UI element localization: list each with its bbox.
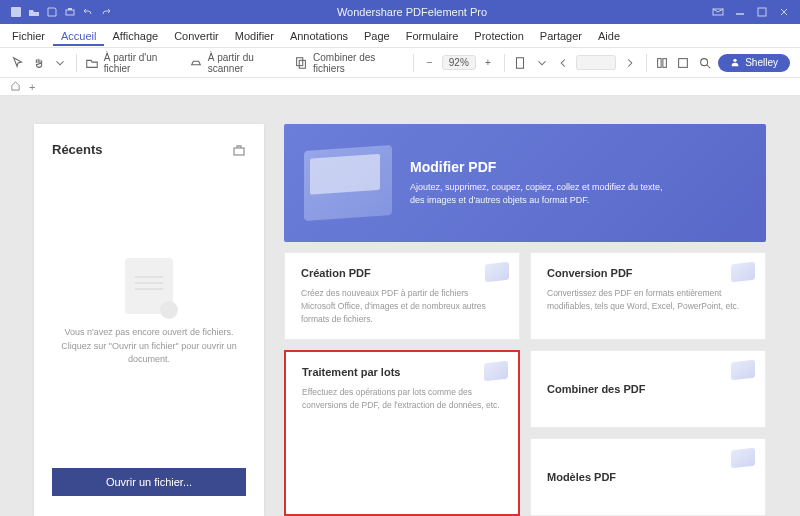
mail-icon[interactable]: [712, 6, 724, 18]
titlebar-left-icons: [0, 6, 112, 18]
next-page-icon[interactable]: [622, 55, 637, 71]
recents-heading: Récents: [52, 142, 103, 157]
create-pdf-card[interactable]: Création PDF Créez des nouveaux PDF à pa…: [284, 252, 520, 340]
menu-partager[interactable]: Partager: [532, 26, 590, 46]
create-pdf-icon: [485, 262, 509, 283]
create-pdf-desc: Créez des nouveaux PDF à partir de fichi…: [301, 287, 503, 325]
window-title: Wondershare PDFelement Pro: [112, 6, 712, 18]
svg-point-12: [734, 58, 737, 61]
svg-rect-4: [758, 8, 766, 16]
svg-rect-1: [66, 10, 74, 15]
print-icon[interactable]: [64, 6, 76, 18]
svg-rect-8: [658, 58, 662, 67]
templates-pdf-card[interactable]: Modèles PDF: [530, 438, 766, 516]
templates-pdf-title: Modèles PDF: [547, 471, 749, 483]
combine-pdf-card[interactable]: Combiner des PDF: [530, 350, 766, 428]
page-number-field[interactable]: [576, 55, 616, 70]
folder-icon: [85, 55, 100, 71]
page-icon[interactable]: [513, 55, 528, 71]
menu-modifier[interactable]: Modifier: [227, 26, 282, 46]
menu-affichage[interactable]: Affichage: [104, 26, 166, 46]
svg-rect-7: [517, 57, 524, 68]
zoom-value[interactable]: 92%: [442, 55, 476, 70]
zoom-out-icon[interactable]: −: [422, 55, 438, 71]
title-bar: Wondershare PDFelement Pro: [0, 0, 800, 24]
recents-empty-text: Vous n'avez pas encore ouvert de fichier…: [52, 326, 246, 367]
scanner-icon: [189, 55, 204, 71]
edit-pdf-desc: Ajoutez, supprimez, coupez, copiez, coll…: [410, 181, 670, 208]
from-file-button[interactable]: À partir d'un fichier: [85, 52, 183, 74]
chevron-down-icon[interactable]: [534, 55, 549, 71]
svg-point-11: [700, 58, 707, 65]
batch-process-desc: Effectuez des opérations par lots comme …: [302, 386, 502, 412]
combine-pdf-title: Combiner des PDF: [547, 383, 749, 395]
combine-icon: [294, 55, 309, 71]
combine-pdf-icon: [731, 360, 755, 381]
menu-aide[interactable]: Aide: [590, 26, 628, 46]
menu-protection[interactable]: Protection: [466, 26, 532, 46]
chevron-down-icon[interactable]: [52, 55, 67, 71]
home-tab-icon[interactable]: [10, 80, 21, 93]
layout-icon[interactable]: [676, 55, 691, 71]
from-file-label: À partir d'un fichier: [104, 52, 183, 74]
open-file-button[interactable]: Ouvrir un fichier...: [52, 468, 246, 496]
separator: [413, 54, 414, 72]
convert-pdf-card[interactable]: Conversion PDF Convertissez des PDF en f…: [530, 252, 766, 340]
menu-bar: FichierAccueilAffichageConvertirModifier…: [0, 24, 800, 48]
hand-tool-icon[interactable]: [31, 55, 46, 71]
separator: [646, 54, 647, 72]
prev-page-icon[interactable]: [555, 55, 570, 71]
recents-panel: Récents Vous n'avez pas encore ouvert de…: [34, 124, 264, 516]
home-content: Récents Vous n'avez pas encore ouvert de…: [0, 96, 800, 516]
briefcase-icon[interactable]: [232, 143, 246, 157]
minimize-icon[interactable]: [734, 6, 746, 18]
convert-pdf-title: Conversion PDF: [547, 267, 749, 279]
user-name: Shelley: [745, 57, 778, 68]
batch-process-title: Traitement par lots: [302, 366, 502, 378]
convert-pdf-desc: Convertissez des PDF en formats entièrem…: [547, 287, 749, 313]
close-icon[interactable]: [778, 6, 790, 18]
create-pdf-title: Création PDF: [301, 267, 503, 279]
toolbar: À partir d'un fichier À partir du scanne…: [0, 48, 800, 78]
search-icon[interactable]: [697, 55, 712, 71]
tab-strip: +: [0, 78, 800, 96]
batch-process-icon: [484, 361, 508, 382]
svg-rect-9: [663, 58, 667, 67]
maximize-icon[interactable]: [756, 6, 768, 18]
separator: [76, 54, 77, 72]
menu-page[interactable]: Page: [356, 26, 398, 46]
zoom-in-icon[interactable]: +: [480, 55, 496, 71]
edit-pdf-hero[interactable]: Modifier PDF Ajoutez, supprimez, coupez,…: [284, 124, 766, 242]
save-icon[interactable]: [46, 6, 58, 18]
separator: [504, 54, 505, 72]
app-logo-icon: [10, 6, 22, 18]
user-button[interactable]: Shelley: [718, 54, 790, 72]
view-mode-icon[interactable]: [655, 55, 670, 71]
edit-pdf-illustration: [304, 145, 392, 221]
new-tab-icon[interactable]: +: [29, 81, 35, 93]
menu-formulaire[interactable]: Formulaire: [398, 26, 467, 46]
menu-convertir[interactable]: Convertir: [166, 26, 227, 46]
from-scanner-label: À partir du scanner: [208, 52, 288, 74]
svg-rect-0: [11, 7, 21, 17]
batch-process-card[interactable]: Traitement par lots Effectuez des opérat…: [284, 350, 520, 516]
menu-annotations[interactable]: Annotations: [282, 26, 356, 46]
from-scanner-button[interactable]: À partir du scanner: [189, 52, 288, 74]
svg-rect-10: [679, 58, 688, 67]
templates-pdf-icon: [731, 448, 755, 469]
empty-document-icon: [125, 258, 173, 314]
edit-pdf-title: Modifier PDF: [410, 159, 670, 175]
convert-pdf-icon: [731, 262, 755, 283]
svg-rect-13: [234, 148, 244, 155]
svg-rect-2: [68, 8, 72, 10]
redo-icon[interactable]: [100, 6, 112, 18]
pointer-tool-icon[interactable]: [10, 55, 25, 71]
undo-icon[interactable]: [82, 6, 94, 18]
combine-files-label: Combiner des fichiers: [313, 52, 405, 74]
menu-fichier[interactable]: Fichier: [4, 26, 53, 46]
open-icon[interactable]: [28, 6, 40, 18]
user-icon: [730, 57, 740, 69]
menu-accueil[interactable]: Accueil: [53, 26, 104, 46]
combine-files-button[interactable]: Combiner des fichiers: [294, 52, 405, 74]
